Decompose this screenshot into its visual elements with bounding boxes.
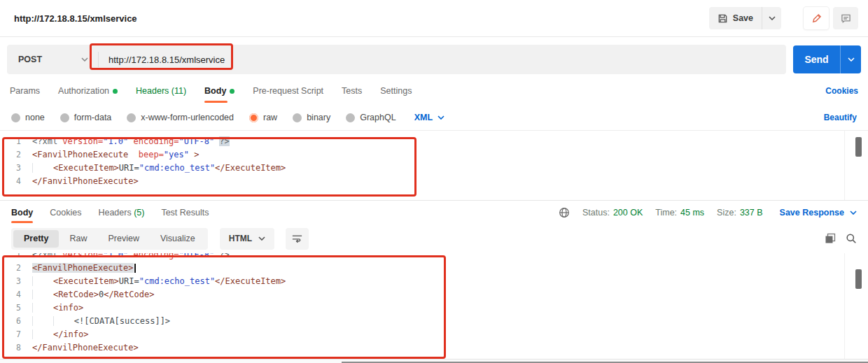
globe-icon[interactable] <box>559 207 570 218</box>
request-header-bar: http://172.18.8.15/xmlservice Save <box>0 0 868 37</box>
body-type-raw[interactable]: raw <box>249 113 277 122</box>
tab-settings[interactable]: Settings <box>380 77 412 105</box>
tab-authorization[interactable]: Authorization <box>58 77 118 105</box>
body-type-graphql[interactable]: GraphQL <box>346 113 396 122</box>
tab-headers-11-[interactable]: Headers (11) <box>136 77 186 105</box>
code-line[interactable]: 1<?xml version="1.0" encoding="UTF-8" ?> <box>0 135 868 148</box>
wrap-text-button[interactable] <box>286 228 309 250</box>
body-type-none[interactable]: none <box>11 113 45 122</box>
line-number: 8 <box>0 341 32 355</box>
code-token: </info> <box>53 329 89 339</box>
response-body-editor[interactable]: 1<?xml version="1.0" encoding="UTF-8" ?>… <box>0 253 868 363</box>
text-cursor <box>134 264 136 273</box>
beautify-link[interactable]: Beautify <box>824 113 857 122</box>
edit-request-button[interactable] <box>804 7 829 29</box>
line-number: 4 <box>0 288 32 301</box>
line-number: 1 <box>0 253 32 262</box>
status-field: Status: 200 OK <box>582 208 643 218</box>
comment-icon <box>841 13 851 24</box>
save-button[interactable]: Save <box>709 7 762 29</box>
tab-params[interactable]: Params <box>10 77 40 105</box>
code-token: URI= <box>119 163 139 173</box>
code-text: <?xml version="1.0" encoding="UTF-8" ?> <box>32 135 230 148</box>
copy-icon[interactable] <box>825 233 836 244</box>
code-line[interactable]: 8</FanvilPhoneExecute> <box>0 341 868 355</box>
code-token <box>32 163 53 173</box>
request-tabs: ParamsAuthorizationHeaders (11)BodyPre-r… <box>0 77 868 105</box>
body-type-x-www-form-urlencoded[interactable]: x-www-form-urlencoded <box>127 113 234 122</box>
search-icon[interactable] <box>846 233 857 244</box>
code-token: </FanvilPhoneExecute> <box>32 343 139 353</box>
body-type-options: noneform-datax-www-form-urlencodedrawbin… <box>11 113 412 122</box>
code-token <box>32 290 53 299</box>
code-token: <RetCode> <box>53 290 99 299</box>
code-lines: 1<?xml version="1.0" encoding="UTF-8" ?>… <box>0 135 868 188</box>
response-tools <box>825 233 857 244</box>
tab-tests[interactable]: Tests <box>342 77 362 105</box>
code-line[interactable]: 2<FanvilPhoneExecute> <box>0 262 868 275</box>
code-token <box>32 276 53 286</box>
view-tab-preview[interactable]: Preview <box>97 230 149 248</box>
line-number: 2 <box>0 148 32 162</box>
body-type-binary[interactable]: binary <box>293 113 330 122</box>
tab-label: Body <box>204 82 226 100</box>
code-line[interactable]: 5 <info> <box>0 301 868 315</box>
code-token: <?xml <box>32 253 57 259</box>
format-label: HTML <box>229 234 252 243</box>
code-line[interactable]: 3 <ExecuteItem>URI="cmd:echo_test"</Exec… <box>0 275 868 288</box>
radio-label: x-www-form-urlencoded <box>141 113 234 122</box>
code-token: </ExecuteItem> <box>215 276 286 286</box>
method-select[interactable]: POST <box>18 55 88 64</box>
comments-button[interactable] <box>833 7 858 29</box>
code-text: <ExecuteItem>URI="cmd:echo_test"</Execut… <box>32 275 286 288</box>
tab-pre-request-script[interactable]: Pre-request Script <box>253 77 323 105</box>
code-line[interactable]: 4 <RetCode>0</RetCode> <box>0 288 868 301</box>
code-token: URI= <box>119 276 139 286</box>
response-tab-test-results[interactable]: Test Results <box>161 201 209 224</box>
code-line[interactable]: 7 </info> <box>0 328 868 341</box>
response-tab-body[interactable]: Body <box>11 201 33 224</box>
code-token <box>32 316 53 326</box>
chevron-down-icon <box>850 211 857 215</box>
view-tab-visualize[interactable]: Visualize <box>150 230 206 248</box>
language-select[interactable]: XML <box>414 113 444 122</box>
send-button-label[interactable]: Send <box>793 45 840 73</box>
send-options-button[interactable] <box>840 45 861 73</box>
tab-body[interactable]: Body <box>204 77 234 105</box>
scrollbar-thumb[interactable] <box>855 269 862 289</box>
code-line[interactable]: 2<FanvilPhoneExecute beep="yes" > <box>0 148 868 162</box>
send-button[interactable]: Send <box>793 45 861 73</box>
code-token <box>128 136 133 146</box>
tab-label: Cookies <box>50 204 81 221</box>
time-value: 45 ms <box>680 208 704 218</box>
code-token: </RetCode> <box>104 290 154 299</box>
radio-dot <box>60 113 69 122</box>
cookies-link[interactable]: Cookies <box>825 86 858 96</box>
line-number: 1 <box>0 135 32 148</box>
response-tab-cookies[interactable]: Cookies <box>50 201 81 224</box>
code-text: <RetCode>0</RetCode> <box>32 288 154 301</box>
code-token: <![CDATA[success]]> <box>74 316 170 326</box>
save-options-button[interactable] <box>762 7 781 29</box>
code-line[interactable]: 3 <ExecuteItem>URI="cmd:echo_test"</Exec… <box>0 162 868 175</box>
size-label: Size: <box>717 208 736 218</box>
body-type-form-data[interactable]: form-data <box>60 113 112 122</box>
tab-text: Headers <box>98 208 131 218</box>
line-number: 7 <box>0 328 32 341</box>
code-token <box>128 150 138 159</box>
response-tab-headers[interactable]: Headers (5) <box>98 201 144 224</box>
line-number: 4 <box>0 175 32 188</box>
url-input[interactable]: http://172.18.8.15/xmlservice <box>108 55 779 65</box>
code-line[interactable]: 6 <![CDATA[success]]> <box>0 315 868 328</box>
request-body-editor[interactable]: 1<?xml version="1.0" encoding="UTF-8" ?>… <box>0 131 868 201</box>
view-tab-pretty[interactable]: Pretty <box>13 230 59 248</box>
code-line[interactable]: 4</FanvilPhoneExecute> <box>0 175 868 188</box>
code-line[interactable]: 1<?xml version="1.0" encoding="UTF-8" ?> <box>0 253 868 262</box>
save-response-button[interactable]: Save Response <box>780 208 857 218</box>
code-token: <ExecuteItem> <box>53 163 119 173</box>
tab-text: Body <box>11 208 33 218</box>
view-tab-raw[interactable]: Raw <box>59 230 97 248</box>
scrollbar-thumb[interactable] <box>855 137 862 157</box>
response-format-select[interactable]: HTML <box>220 228 274 250</box>
radio-dot <box>11 113 20 122</box>
